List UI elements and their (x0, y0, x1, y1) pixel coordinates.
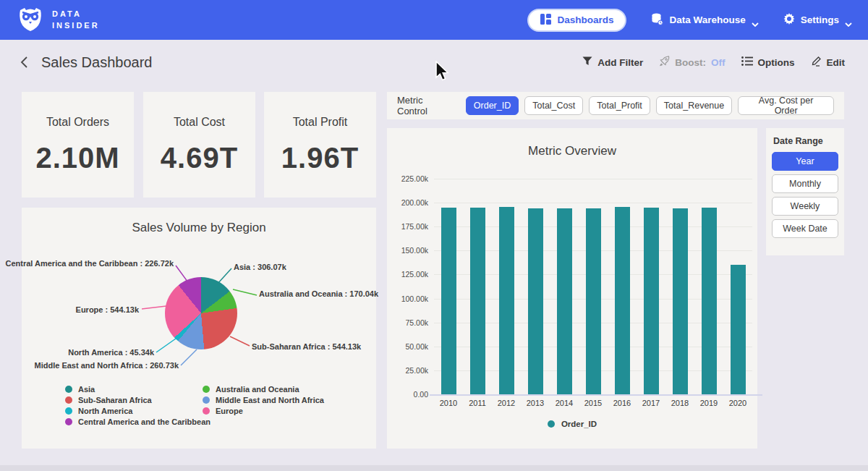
pie-legend-item[interactable]: Europe (203, 407, 324, 415)
nav-settings[interactable]: Settings (783, 13, 852, 27)
legend-label: Central America and the Caribbean (78, 417, 210, 426)
legend-label: North America (78, 407, 132, 415)
x-axis-tick-label: 2010 (434, 399, 463, 407)
legend-label: Europe (216, 407, 243, 415)
bar-chart-plot-area: 0.0025.00k50.00k75.00k100.00k125.00k150.… (434, 179, 752, 394)
boost-label: Boost: (675, 57, 706, 68)
bar[interactable] (702, 208, 717, 394)
legend-label: Middle East and North Africa (216, 396, 324, 404)
pie-legend-item[interactable]: North America (65, 407, 210, 415)
kpi-label: Total Orders (46, 116, 109, 129)
bar[interactable] (470, 208, 485, 394)
pie-legend-item[interactable]: Asia (65, 385, 210, 393)
x-axis-tick-label: 2014 (550, 399, 579, 407)
pie-legend-item[interactable]: Central America and the Caribbean (65, 417, 210, 425)
legend-dot (65, 418, 72, 425)
y-axis-tick-label: 150.00k (401, 246, 428, 255)
boost-toggle[interactable]: Boost: Off (659, 56, 725, 69)
metric-control-bar: Metric Control Order_ID Total_Cost Total… (387, 92, 844, 119)
bar[interactable] (586, 208, 601, 394)
y-axis-tick-label: 175.00k (401, 222, 428, 231)
legend-label-order-id: Order_ID (561, 420, 597, 428)
x-axis-tick-label: 2015 (579, 399, 608, 407)
chevron-down-icon (845, 18, 852, 22)
pie-label-north-america: North America : 45.34k (68, 348, 154, 357)
pie-label-europe: Europe : 544.13k (76, 305, 139, 314)
nav-data-warehouse[interactable]: Data Warehouse (651, 13, 758, 27)
x-axis-tick-label: 2018 (665, 399, 694, 407)
bar[interactable] (528, 208, 543, 394)
edit-button[interactable]: Edit (811, 56, 846, 69)
nav-dashboards-button[interactable]: Dashboards (527, 9, 626, 32)
pie-legend-item[interactable]: Middle East and North Africa (203, 396, 324, 404)
legend-dot (203, 396, 210, 404)
x-axis-tick-label: 2020 (723, 399, 752, 407)
bar[interactable] (557, 208, 572, 394)
legend-dot-order-id (548, 420, 555, 428)
pie-label-middle-east-north-africa: Middle East and North Africa : 260.73k (35, 361, 179, 370)
sales-volume-by-region-panel: Sales Volume by Region Central America a… (22, 208, 376, 449)
bar[interactable] (731, 265, 746, 394)
add-filter-button[interactable]: Add Filter (582, 56, 643, 68)
y-axis-tick-label: 0.00 (414, 390, 428, 399)
bar[interactable] (673, 208, 688, 394)
metric-chip-order-id[interactable]: Order_ID (466, 96, 519, 115)
kpi-label: Total Profit (293, 116, 348, 129)
options-button[interactable]: Options (741, 56, 795, 68)
legend-dot (65, 396, 72, 404)
bar[interactable] (615, 207, 630, 394)
legend-dot (65, 386, 72, 393)
kpi-value: 1.96T (281, 142, 359, 174)
x-axis-tick-label: 2019 (694, 399, 723, 407)
pie-chart[interactable] (165, 277, 237, 349)
y-axis-tick-label: 100.00k (401, 294, 428, 303)
date-range-monthly-button[interactable]: Monthly (772, 174, 838, 193)
date-range-year-button[interactable]: Year (772, 152, 838, 171)
legend-label: Sub-Saharan Africa (78, 396, 152, 404)
boost-value: Off (711, 57, 726, 68)
bar[interactable] (499, 207, 514, 394)
bar-chart-x-axis-labels: 2010201120122013201420152016201720182019… (434, 399, 752, 407)
dashboards-grid-icon (540, 14, 551, 27)
date-range-weekly-button[interactable]: Weekly (772, 197, 838, 216)
page-title: Sales Dashboard (41, 54, 152, 71)
pie-label-central-america: Central America and the Caribbean : 226.… (5, 259, 174, 268)
y-axis-tick-label: 50.00k (405, 342, 428, 351)
x-axis-tick-label: 2012 (492, 399, 521, 407)
pie-legend-column-1: AsiaSub-Saharan AfricaNorth AmericaCentr… (65, 385, 210, 425)
bar-series (434, 179, 752, 394)
bar[interactable] (644, 208, 659, 394)
metric-overview-panel: Metric Overview 0.0025.00k50.00k75.00k10… (387, 128, 757, 449)
x-axis-tick-label: 2017 (637, 399, 665, 407)
x-axis-tick-label: 2011 (463, 399, 492, 407)
x-axis-tick-label: 2013 (521, 399, 550, 407)
legend-dot (203, 407, 210, 415)
pencil-edit-icon (811, 56, 822, 69)
kpi-value: 4.69T (161, 142, 238, 174)
bar[interactable] (441, 208, 456, 394)
date-range-week-date-button[interactable]: Week Date (772, 219, 838, 238)
metric-chip-total-cost[interactable]: Total_Cost (524, 96, 583, 115)
legend-label: Australia and Oceania (216, 385, 299, 394)
brand-name: DATA INSIDER (52, 9, 100, 32)
y-axis-tick-label: 225.00k (401, 174, 428, 183)
back-arrow-icon[interactable] (19, 56, 32, 69)
y-axis-tick-label: 200.00k (401, 198, 428, 207)
pie-legend-item[interactable]: Australia and Oceania (203, 385, 324, 393)
metric-chip-avg-cost-per-order[interactable]: Avg. Cost per Order (738, 96, 834, 115)
kpi-card-total-profit: Total Profit 1.96T (264, 92, 376, 198)
legend-dot (203, 386, 210, 393)
rocket-icon (659, 56, 670, 69)
chevron-down-icon (752, 18, 759, 22)
pie-legend-item[interactable]: Sub-Saharan Africa (65, 396, 210, 404)
x-axis-tick-label: 2016 (608, 399, 637, 407)
metric-chip-total-profit[interactable]: Total_Profit (589, 96, 650, 115)
nav-data-warehouse-label: Data Warehouse (669, 14, 745, 25)
kpi-card-total-cost: Total Cost 4.69T (143, 92, 255, 198)
bar-chart-title: Metric Overview (387, 128, 757, 158)
nav-dashboards-label: Dashboards (557, 14, 613, 25)
y-axis-tick-label: 25.00k (405, 366, 428, 375)
metric-chip-total-revenue[interactable]: Total_Revenue (656, 96, 732, 115)
database-icon (651, 13, 663, 27)
kpi-label: Total Cost (174, 116, 225, 129)
